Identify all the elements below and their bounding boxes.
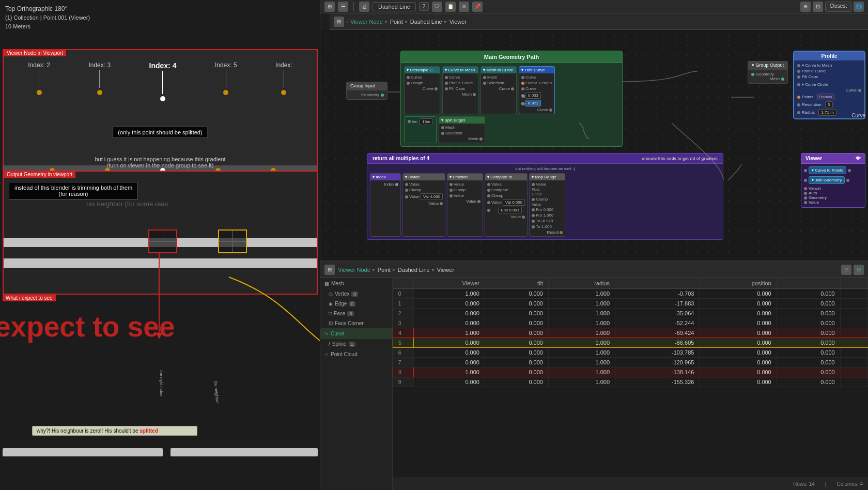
fraction-sub-node[interactable]: ▾ Fraction Value Clamp Value Value (447, 173, 483, 237)
table-row: 6 0.000 0.000 1.000 -103.785 0.000 0.000 (393, 348, 868, 358)
ne-breadcrumb-item2[interactable]: Point (390, 19, 403, 25)
expect-label: What i expect to see (3, 295, 56, 301)
ss-sidebar-curve[interactable]: ⤷ Curve (320, 328, 392, 339)
filter-active-icon[interactable]: ⊟ (854, 265, 864, 275)
index-2-label: Index: 2 (28, 62, 50, 69)
row-9-tilt: 0.000 (485, 377, 548, 387)
row-index-6: 6 (393, 348, 414, 358)
ne-breadcrumb-item1[interactable]: Viewer Node (350, 19, 383, 25)
join-geometry-sub[interactable]: ▾ Join Geometry (804, 176, 862, 184)
ss-mode-icon[interactable]: ⊞ (324, 265, 335, 275)
topbar-snap-icon[interactable]: ⊡ (813, 2, 823, 12)
resample-c-node[interactable]: ▾ Resample C... Curve Length Curve (404, 66, 440, 114)
ne-breadcrumb-sep3: ▸ (444, 18, 447, 25)
mesh-to-curve-node[interactable]: ▾ Mesh to Curve Mesh Selection Curve (481, 66, 517, 114)
row-3-viewer: 0.000 (414, 318, 485, 328)
index-sub-node[interactable]: ▾ Index Index (370, 173, 401, 237)
neighbor-vtext: the neighbor (213, 380, 220, 404)
row-5-viewer: 0.000 (414, 338, 485, 348)
profile-node[interactable]: Profile ▾ Curve to Mesh Profile Curve Fi… (793, 51, 865, 119)
ss-breadcrumb-item3[interactable]: Dashed Line (398, 267, 430, 273)
viewer-eye-icon[interactable]: 👁 (856, 156, 861, 161)
geo-bar-2 (4, 258, 317, 268)
topbar-mode-icon[interactable]: ⊞ (324, 2, 335, 12)
filter-icon[interactable]: ⊟ (841, 265, 851, 275)
row-5-py: 0.000 (700, 338, 777, 348)
row-3-px: -52.244 (615, 318, 700, 328)
row-8-tilt: 0.000 (485, 368, 548, 377)
ss-sidebar-mesh[interactable]: ▦ Mesh (320, 278, 392, 289)
topbar-globe-icon[interactable]: 🌐 (854, 2, 864, 12)
row-8-py: 0.000 (700, 368, 777, 377)
row-0-pz: 0.000 (777, 289, 840, 299)
map-range-sub-node[interactable]: ▾ Map Range Value Float Linear Clamp Val… (529, 173, 565, 237)
trim-annotation: instead of this blender is trimming both… (9, 182, 138, 200)
topbar-divider (353, 2, 354, 11)
topbar-render-icon[interactable]: 🖨 (359, 2, 369, 12)
col-position[interactable]: position (700, 278, 777, 289)
row-4-extra (840, 328, 867, 338)
row-5-tilt: 0.000 (485, 338, 548, 348)
ne-breadcrumb-item4[interactable]: Viewer (450, 19, 467, 25)
row-2-tilt: 0.000 (485, 309, 548, 318)
topbar-snap-mode[interactable]: Closest (825, 2, 851, 12)
index-5-item: Index: 5 (215, 62, 237, 101)
col-tilt[interactable]: tilt (485, 278, 548, 289)
spline-count: 1 (349, 342, 355, 347)
row-1-py: 0.000 (700, 299, 777, 309)
divide-sub-node[interactable]: ▾ Divide Value Clamp Value Val 4.000 Val… (402, 173, 445, 237)
group-input-node[interactable]: Group Input Geometry (346, 82, 388, 100)
expect-bar-right (171, 448, 318, 456)
ss-breadcrumb-item2[interactable]: Point (378, 267, 391, 273)
topbar-nav-icon[interactable]: ⊕ (800, 2, 811, 12)
trim-curve-node[interactable]: ▾ Trim Curve Curve FactorLength Curve St… (519, 66, 555, 114)
table-row-highlighted-4: 4 1.000 0.000 1.000 -69.424 0.000 0.000 (393, 328, 868, 338)
col-viewer[interactable]: Viewer (414, 278, 485, 289)
ne-breadcrumb-item3[interactable]: Dashed Line (410, 19, 442, 25)
viewport-info: Top Orthographic 180° (1) Collection | P… (5, 4, 90, 30)
row-1-tilt: 0.000 (485, 299, 548, 309)
ss-breadcrumb-item1[interactable]: Viewer Node (338, 267, 370, 273)
group-output-node[interactable]: ▾ Group Output Geometry Mesh (748, 61, 788, 84)
ne-breadcrumb-sep2: ▸ (405, 18, 408, 25)
row-4-pz: 0.000 (777, 328, 840, 338)
spreadsheet-table: Viewer tilt radius position (393, 278, 868, 387)
split-edges-node[interactable]: ▾ Split Edges Mesh Selection Mesh (439, 116, 485, 143)
red-geometry-box (148, 229, 177, 253)
vertex-icon: ◇ (329, 291, 333, 297)
ss-breadcrumb-sep2: ▸ (393, 266, 396, 273)
col-radius[interactable]: radius (548, 278, 615, 289)
table-row: 7 0.000 0.000 1.000 -120.965 0.000 0.000 (393, 358, 868, 368)
main-geometry-path-node[interactable]: Main Geometry Path ▾ Resample C... Curve… (400, 51, 623, 147)
len-input[interactable]: len 16m (404, 116, 437, 143)
ss-sidebar-edge[interactable]: ◈ Edge 0 (320, 299, 392, 309)
topbar-menu-icon[interactable]: ☰ (338, 2, 348, 12)
row-7-tilt: 0.000 (485, 358, 548, 368)
ss-sidebar-spline[interactable]: / Spline 1 (320, 339, 392, 349)
topbar-copy-icon[interactable]: 📋 (445, 2, 456, 12)
edge-icon: ◈ (329, 301, 333, 307)
viewport-panel: Top Orthographic 180° (1) Collection | P… (0, 0, 320, 490)
node-editor-header: ⊞ ⁝ Viewer Node ▸ Point ▸ Dashed Line ▸ … (330, 13, 868, 30)
topbar-pin-icon[interactable]: 📌 (472, 2, 483, 12)
topbar-shield-icon[interactable]: 🛡 (432, 2, 442, 12)
index-next-label: Index: (275, 62, 292, 69)
row-4-viewer: 1.000 (414, 328, 485, 338)
ss-sidebar-vertex[interactable]: ◇ Vertex 0 (320, 289, 392, 299)
ne-mode-icon[interactable]: ⊞ (334, 17, 344, 27)
ss-sidebar-face-corner[interactable]: ⊡ Face Corner (320, 318, 392, 328)
return-multiples-node[interactable]: return all multiples of 4 unmute this no… (367, 153, 723, 240)
ss-sidebar-face[interactable]: □ Face 0 (320, 309, 392, 318)
topbar-close-icon[interactable]: ✕ (459, 2, 469, 12)
right-panel: ⊞ ☰ 🖨 Dashed Line 2 🛡 📋 ✕ 📌 ⊕ ⊡ Closest … (320, 0, 868, 490)
index-3-label: Index: 3 (88, 62, 111, 69)
ss-breadcrumb-sep3: ▸ (432, 266, 435, 273)
viewport-scale: 10 Meters (5, 22, 90, 31)
compare-to-sub-node[interactable]: ▾ Compare to... Value Compare Clamp Valu… (485, 173, 528, 237)
row-6-px: -103.785 (615, 348, 700, 358)
viewer-node-right[interactable]: Viewer 👁 ▾ Curve to Points ▾ Join Geomet… (801, 153, 865, 208)
curve-to-mesh-node[interactable]: ▾ Curve to Mesh Curve Profile Curve Fill… (442, 66, 478, 114)
ss-sidebar-pointcloud[interactable]: ⁘ Point Cloud (320, 349, 392, 360)
ss-breadcrumb-item4[interactable]: Viewer (437, 267, 454, 273)
curve-to-points-sub[interactable]: ▾ Curve to Points (804, 166, 862, 174)
